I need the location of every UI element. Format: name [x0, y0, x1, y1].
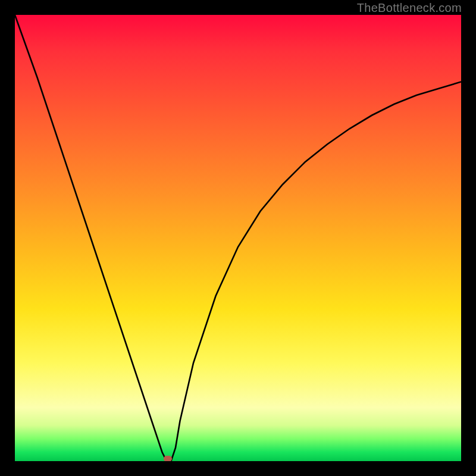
optimal-point-marker [164, 456, 172, 461]
plot-area [15, 15, 461, 461]
watermark-text: TheBottleneck.com [357, 1, 462, 15]
curve-layer [15, 15, 461, 461]
chart-frame: TheBottleneck.com [0, 0, 476, 476]
bottleneck-curve [15, 15, 461, 461]
